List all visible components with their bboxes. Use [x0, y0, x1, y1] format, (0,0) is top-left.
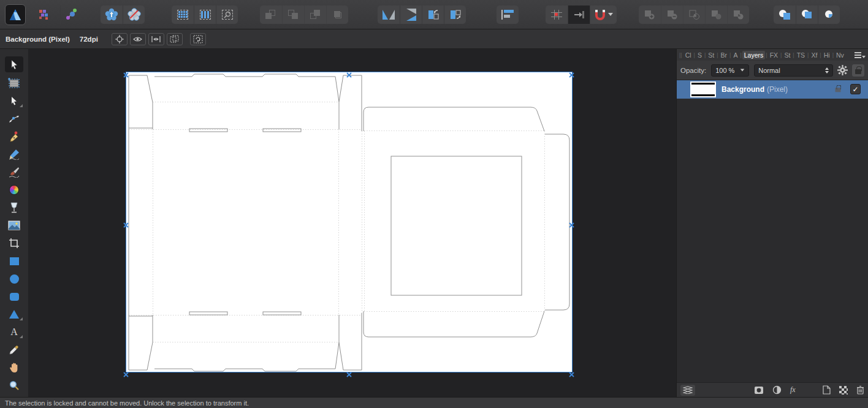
vector-crop-tool[interactable] [5, 236, 23, 250]
pixel-persona-button[interactable] [33, 6, 55, 24]
boolean-add-button[interactable] [639, 6, 661, 24]
selection-handle[interactable] [346, 69, 352, 75]
panel-tab-nv-11[interactable]: Nv [834, 51, 846, 59]
panel-tab-s-1[interactable]: S [696, 51, 704, 59]
move-to-back-button[interactable] [326, 6, 348, 24]
place-image-tool[interactable] [5, 219, 23, 232]
auto-flower-on-button[interactable] [101, 6, 123, 24]
color-picker-tool[interactable] [5, 343, 23, 357]
move-forward-button[interactable] [282, 6, 304, 24]
add-layer-button[interactable] [823, 385, 831, 395]
boolean-combine-icon [733, 9, 745, 20]
cycle-selection-box-button[interactable] [190, 33, 206, 45]
tab-separator: | [780, 52, 782, 58]
canvas-viewport[interactable] [28, 49, 676, 397]
edit-all-layers-button[interactable] [680, 385, 695, 396]
show-guides-button[interactable] [216, 6, 238, 24]
adjustment-layer-button[interactable] [772, 385, 782, 395]
selection-handle[interactable] [569, 219, 574, 225]
boolean-subtract-icon [666, 9, 679, 20]
node-tool[interactable] [5, 94, 23, 108]
layer-effects-button[interactable]: fx [790, 385, 796, 395]
panel-tab-cl-0[interactable]: Cl [683, 51, 693, 59]
snapping-dropdown-caret[interactable] [608, 13, 613, 16]
selection-handle[interactable] [123, 69, 129, 75]
boolean-divide-button[interactable] [705, 6, 727, 24]
point-transform-tool-icon [8, 113, 20, 124]
panel-tab-br-3[interactable]: Br [719, 51, 729, 59]
auto-flower-off-button[interactable] [123, 6, 145, 24]
hamburger-icon [855, 52, 861, 58]
layer-thumbnail[interactable] [690, 81, 716, 97]
selection-handle[interactable] [123, 219, 129, 225]
rotate-clockwise-button[interactable] [444, 6, 466, 24]
flip-vertical-button[interactable] [400, 6, 422, 24]
panel-menu-button[interactable] [855, 52, 866, 58]
panel-tab-xf-9[interactable]: Xf [809, 51, 819, 59]
panel-tab-layers-5[interactable]: Layers [742, 51, 766, 59]
snapping-magnet-button[interactable] [590, 6, 617, 24]
boolean-combine-button[interactable] [727, 6, 749, 24]
flip-horizontal-button[interactable] [378, 6, 400, 24]
panel-tab-fx-6[interactable]: FX [768, 51, 780, 59]
layers-list-empty-area[interactable] [677, 99, 868, 382]
zoom-tool[interactable] [5, 379, 23, 392]
selection-handle[interactable] [569, 69, 574, 75]
boolean-intersect-button[interactable] [683, 6, 705, 24]
force-pixel-alignment-button[interactable] [546, 6, 568, 24]
panel-tab-hi-10[interactable]: Hi [822, 51, 832, 59]
panel-tab-st-7[interactable]: St [782, 51, 792, 59]
view-hand-tool[interactable] [5, 361, 23, 374]
alignment-button[interactable] [497, 6, 519, 24]
insert-on-top-button[interactable] [818, 6, 840, 24]
move-by-whole-pixels-button[interactable] [568, 6, 590, 24]
selection-handle[interactable] [123, 369, 129, 374]
triangle-tool[interactable] [5, 308, 23, 321]
move-tool[interactable] [5, 56, 23, 72]
transparency-tool[interactable] [5, 201, 23, 214]
move-to-front-button[interactable] [260, 6, 282, 24]
mask-layer-button[interactable] [754, 386, 764, 395]
rotate-counterclockwise-button[interactable] [422, 6, 444, 24]
snap-midpoints-button[interactable] [148, 33, 164, 45]
show-selection-button[interactable] [130, 33, 146, 45]
export-persona-button[interactable] [60, 6, 82, 24]
fill-color-wheel-tool[interactable] [5, 183, 23, 197]
vector-brush-tool[interactable] [5, 165, 23, 179]
selection-handle[interactable] [569, 369, 574, 374]
transform-separately-button[interactable] [167, 33, 183, 45]
ellipse-tool[interactable] [5, 272, 23, 285]
insert-behind-button[interactable] [774, 6, 796, 24]
pencil-tool[interactable] [5, 148, 23, 161]
show-column-guides-button[interactable] [194, 6, 216, 24]
boolean-subtract-button[interactable] [661, 6, 683, 24]
rounded-rectangle-icon [10, 293, 19, 301]
designer-persona-button[interactable] [5, 4, 26, 25]
point-transform-tool[interactable] [5, 112, 23, 126]
layer-visibility-checkbox[interactable]: ✓ [850, 84, 861, 94]
rectangle-tool[interactable] [5, 254, 23, 268]
opacity-dropdown[interactable]: 100 % [711, 64, 749, 77]
layer-settings-button[interactable] [837, 65, 848, 75]
move-backward-button[interactable] [304, 6, 326, 24]
pen-tool[interactable] [5, 130, 23, 143]
panel-tab-ts-8[interactable]: TS [795, 51, 807, 59]
lock-layer-button[interactable] [852, 64, 864, 77]
rounded-rectangle-tool[interactable] [5, 290, 23, 303]
boolean-add-icon [644, 9, 656, 20]
show-grid-button[interactable] [172, 6, 194, 24]
layer-row-background[interactable]: Background (Pixel) ✓ [677, 80, 868, 99]
node-tool-icon [10, 96, 18, 106]
text-tool[interactable]: A [5, 325, 23, 339]
insert-inside-button[interactable] [796, 6, 818, 24]
new-pixel-layer-button[interactable] [839, 386, 848, 395]
alignment-icon [501, 10, 514, 20]
panel-tab-st-2[interactable]: St [706, 51, 716, 59]
blend-mode-dropdown[interactable]: Normal [754, 64, 833, 77]
selection-handle[interactable] [346, 369, 352, 374]
panel-tab-a-4[interactable]: A [731, 51, 739, 59]
artboard-tool[interactable] [5, 77, 23, 90]
document-page[interactable] [126, 72, 572, 372]
transform-origin-button[interactable] [112, 33, 128, 45]
delete-layer-button[interactable] [856, 385, 864, 395]
